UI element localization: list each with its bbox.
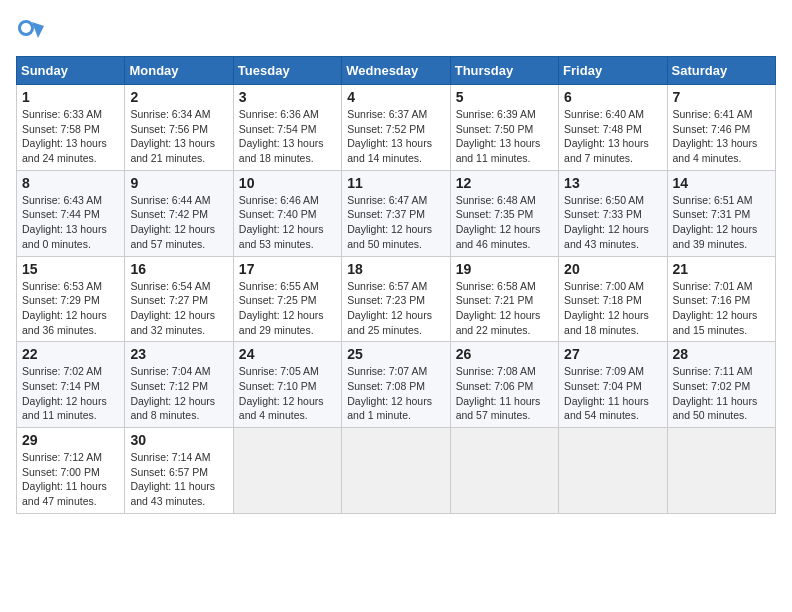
day-number: 23	[130, 346, 227, 362]
day-info: Sunrise: 6:34 AM Sunset: 7:56 PM Dayligh…	[130, 107, 227, 166]
day-info: Sunrise: 7:07 AM Sunset: 7:08 PM Dayligh…	[347, 364, 444, 423]
day-info: Sunrise: 7:14 AM Sunset: 6:57 PM Dayligh…	[130, 450, 227, 509]
calendar-day-cell: 8Sunrise: 6:43 AM Sunset: 7:44 PM Daylig…	[17, 170, 125, 256]
calendar-day-cell: 21Sunrise: 7:01 AM Sunset: 7:16 PM Dayli…	[667, 256, 775, 342]
weekday-header-cell: Friday	[559, 57, 667, 85]
day-number: 15	[22, 261, 119, 277]
calendar-day-cell: 22Sunrise: 7:02 AM Sunset: 7:14 PM Dayli…	[17, 342, 125, 428]
weekday-header-cell: Sunday	[17, 57, 125, 85]
calendar-day-cell	[559, 428, 667, 514]
day-number: 11	[347, 175, 444, 191]
calendar-week-row: 1Sunrise: 6:33 AM Sunset: 7:58 PM Daylig…	[17, 85, 776, 171]
calendar-day-cell	[667, 428, 775, 514]
calendar-day-cell: 19Sunrise: 6:58 AM Sunset: 7:21 PM Dayli…	[450, 256, 558, 342]
day-number: 27	[564, 346, 661, 362]
calendar-day-cell: 1Sunrise: 6:33 AM Sunset: 7:58 PM Daylig…	[17, 85, 125, 171]
day-info: Sunrise: 6:39 AM Sunset: 7:50 PM Dayligh…	[456, 107, 553, 166]
day-info: Sunrise: 6:33 AM Sunset: 7:58 PM Dayligh…	[22, 107, 119, 166]
calendar-week-row: 29Sunrise: 7:12 AM Sunset: 7:00 PM Dayli…	[17, 428, 776, 514]
weekday-header-cell: Thursday	[450, 57, 558, 85]
day-info: Sunrise: 6:50 AM Sunset: 7:33 PM Dayligh…	[564, 193, 661, 252]
svg-marker-2	[32, 22, 44, 38]
day-number: 13	[564, 175, 661, 191]
calendar-day-cell: 15Sunrise: 6:53 AM Sunset: 7:29 PM Dayli…	[17, 256, 125, 342]
weekday-header-cell: Tuesday	[233, 57, 341, 85]
day-number: 7	[673, 89, 770, 105]
calendar-day-cell: 11Sunrise: 6:47 AM Sunset: 7:37 PM Dayli…	[342, 170, 450, 256]
calendar-day-cell: 2Sunrise: 6:34 AM Sunset: 7:56 PM Daylig…	[125, 85, 233, 171]
calendar-day-cell	[233, 428, 341, 514]
calendar-day-cell: 10Sunrise: 6:46 AM Sunset: 7:40 PM Dayli…	[233, 170, 341, 256]
calendar-body: 1Sunrise: 6:33 AM Sunset: 7:58 PM Daylig…	[17, 85, 776, 514]
day-info: Sunrise: 6:40 AM Sunset: 7:48 PM Dayligh…	[564, 107, 661, 166]
calendar-day-cell: 14Sunrise: 6:51 AM Sunset: 7:31 PM Dayli…	[667, 170, 775, 256]
day-number: 12	[456, 175, 553, 191]
day-info: Sunrise: 6:53 AM Sunset: 7:29 PM Dayligh…	[22, 279, 119, 338]
day-info: Sunrise: 6:37 AM Sunset: 7:52 PM Dayligh…	[347, 107, 444, 166]
calendar-day-cell: 13Sunrise: 6:50 AM Sunset: 7:33 PM Dayli…	[559, 170, 667, 256]
calendar-day-cell	[342, 428, 450, 514]
day-number: 30	[130, 432, 227, 448]
day-number: 26	[456, 346, 553, 362]
day-info: Sunrise: 6:51 AM Sunset: 7:31 PM Dayligh…	[673, 193, 770, 252]
calendar-day-cell: 16Sunrise: 6:54 AM Sunset: 7:27 PM Dayli…	[125, 256, 233, 342]
calendar-day-cell: 7Sunrise: 6:41 AM Sunset: 7:46 PM Daylig…	[667, 85, 775, 171]
day-info: Sunrise: 6:43 AM Sunset: 7:44 PM Dayligh…	[22, 193, 119, 252]
logo-icon	[16, 16, 44, 44]
calendar-day-cell: 23Sunrise: 7:04 AM Sunset: 7:12 PM Dayli…	[125, 342, 233, 428]
day-number: 20	[564, 261, 661, 277]
day-number: 8	[22, 175, 119, 191]
day-info: Sunrise: 7:09 AM Sunset: 7:04 PM Dayligh…	[564, 364, 661, 423]
calendar-day-cell: 26Sunrise: 7:08 AM Sunset: 7:06 PM Dayli…	[450, 342, 558, 428]
day-number: 1	[22, 89, 119, 105]
weekday-header-cell: Wednesday	[342, 57, 450, 85]
svg-point-1	[21, 23, 31, 33]
calendar-day-cell	[450, 428, 558, 514]
day-info: Sunrise: 7:00 AM Sunset: 7:18 PM Dayligh…	[564, 279, 661, 338]
day-number: 5	[456, 89, 553, 105]
day-info: Sunrise: 6:47 AM Sunset: 7:37 PM Dayligh…	[347, 193, 444, 252]
calendar-day-cell: 3Sunrise: 6:36 AM Sunset: 7:54 PM Daylig…	[233, 85, 341, 171]
day-number: 25	[347, 346, 444, 362]
day-info: Sunrise: 7:04 AM Sunset: 7:12 PM Dayligh…	[130, 364, 227, 423]
day-number: 10	[239, 175, 336, 191]
calendar-day-cell: 12Sunrise: 6:48 AM Sunset: 7:35 PM Dayli…	[450, 170, 558, 256]
calendar-day-cell: 28Sunrise: 7:11 AM Sunset: 7:02 PM Dayli…	[667, 342, 775, 428]
day-number: 28	[673, 346, 770, 362]
day-info: Sunrise: 6:36 AM Sunset: 7:54 PM Dayligh…	[239, 107, 336, 166]
calendar-day-cell: 18Sunrise: 6:57 AM Sunset: 7:23 PM Dayli…	[342, 256, 450, 342]
day-number: 18	[347, 261, 444, 277]
day-info: Sunrise: 7:02 AM Sunset: 7:14 PM Dayligh…	[22, 364, 119, 423]
day-info: Sunrise: 7:11 AM Sunset: 7:02 PM Dayligh…	[673, 364, 770, 423]
day-number: 2	[130, 89, 227, 105]
day-info: Sunrise: 6:48 AM Sunset: 7:35 PM Dayligh…	[456, 193, 553, 252]
day-info: Sunrise: 6:57 AM Sunset: 7:23 PM Dayligh…	[347, 279, 444, 338]
day-info: Sunrise: 7:08 AM Sunset: 7:06 PM Dayligh…	[456, 364, 553, 423]
calendar-day-cell: 27Sunrise: 7:09 AM Sunset: 7:04 PM Dayli…	[559, 342, 667, 428]
day-number: 17	[239, 261, 336, 277]
day-number: 22	[22, 346, 119, 362]
day-number: 29	[22, 432, 119, 448]
calendar-day-cell: 4Sunrise: 6:37 AM Sunset: 7:52 PM Daylig…	[342, 85, 450, 171]
day-number: 9	[130, 175, 227, 191]
calendar-week-row: 22Sunrise: 7:02 AM Sunset: 7:14 PM Dayli…	[17, 342, 776, 428]
day-number: 3	[239, 89, 336, 105]
day-info: Sunrise: 6:44 AM Sunset: 7:42 PM Dayligh…	[130, 193, 227, 252]
day-info: Sunrise: 6:41 AM Sunset: 7:46 PM Dayligh…	[673, 107, 770, 166]
day-info: Sunrise: 6:55 AM Sunset: 7:25 PM Dayligh…	[239, 279, 336, 338]
calendar-day-cell: 20Sunrise: 7:00 AM Sunset: 7:18 PM Dayli…	[559, 256, 667, 342]
day-number: 21	[673, 261, 770, 277]
day-info: Sunrise: 7:01 AM Sunset: 7:16 PM Dayligh…	[673, 279, 770, 338]
calendar-week-row: 15Sunrise: 6:53 AM Sunset: 7:29 PM Dayli…	[17, 256, 776, 342]
calendar-day-cell: 9Sunrise: 6:44 AM Sunset: 7:42 PM Daylig…	[125, 170, 233, 256]
day-info: Sunrise: 6:46 AM Sunset: 7:40 PM Dayligh…	[239, 193, 336, 252]
calendar-week-row: 8Sunrise: 6:43 AM Sunset: 7:44 PM Daylig…	[17, 170, 776, 256]
day-number: 24	[239, 346, 336, 362]
calendar-table: SundayMondayTuesdayWednesdayThursdayFrid…	[16, 56, 776, 514]
calendar-day-cell: 17Sunrise: 6:55 AM Sunset: 7:25 PM Dayli…	[233, 256, 341, 342]
day-info: Sunrise: 6:58 AM Sunset: 7:21 PM Dayligh…	[456, 279, 553, 338]
day-number: 19	[456, 261, 553, 277]
day-info: Sunrise: 7:12 AM Sunset: 7:00 PM Dayligh…	[22, 450, 119, 509]
calendar-day-cell: 6Sunrise: 6:40 AM Sunset: 7:48 PM Daylig…	[559, 85, 667, 171]
calendar-day-cell: 5Sunrise: 6:39 AM Sunset: 7:50 PM Daylig…	[450, 85, 558, 171]
